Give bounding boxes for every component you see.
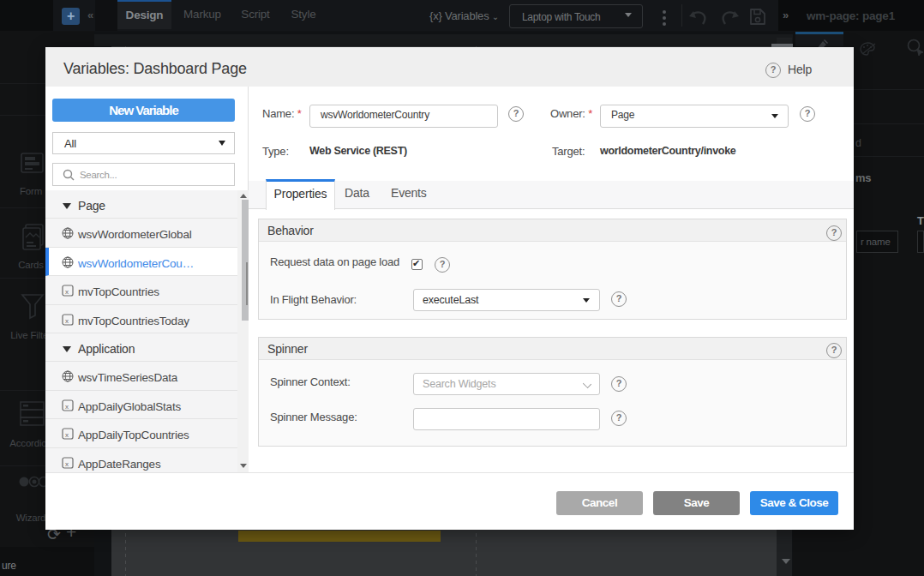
svg-text:x: x: [65, 431, 69, 439]
svg-text:x: x: [65, 317, 69, 325]
svg-text:x: x: [65, 460, 69, 468]
svg-text:x: x: [65, 288, 69, 296]
svg-text:x: x: [65, 403, 69, 411]
